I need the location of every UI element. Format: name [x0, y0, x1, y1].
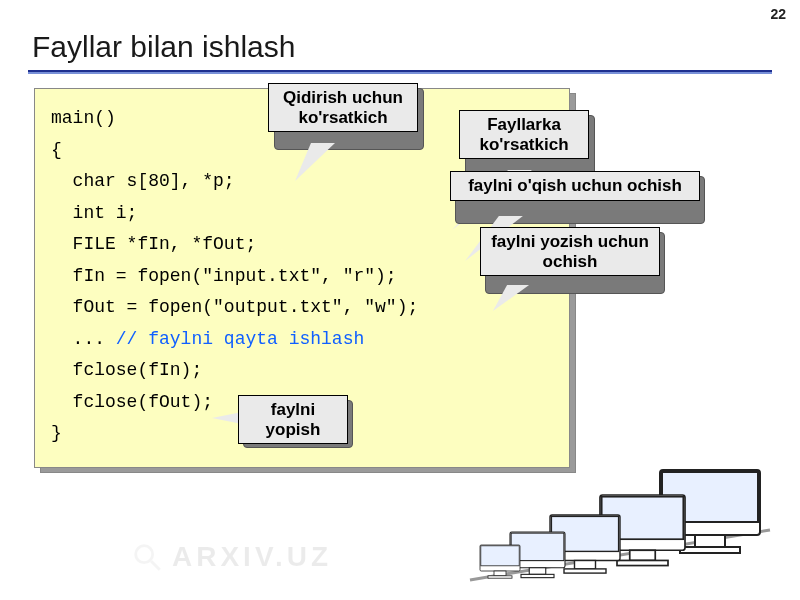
code-line: main() [51, 108, 116, 128]
watermark: ARXIV.UZ [130, 540, 332, 574]
svg-rect-22 [511, 533, 564, 561]
svg-rect-26 [481, 546, 519, 566]
svg-rect-11 [695, 535, 725, 547]
decorative-monitors [460, 460, 780, 600]
svg-rect-13 [600, 495, 685, 550]
code-line: { [51, 140, 62, 160]
code-line: fclose(fOut); [51, 392, 213, 412]
svg-rect-14 [602, 497, 684, 540]
svg-rect-12 [680, 547, 740, 553]
code-line: fOut = fopen("output.txt", "w"); [51, 297, 418, 317]
svg-rect-21 [510, 532, 565, 568]
svg-rect-17 [550, 515, 620, 561]
svg-rect-27 [494, 571, 506, 576]
svg-point-6 [136, 546, 153, 563]
callout-open-read: faylni o'qish uchun ochish [450, 171, 700, 201]
svg-rect-24 [521, 574, 554, 577]
code-line: char s[80], *p; [51, 171, 235, 191]
title-underline [28, 70, 772, 74]
code-line: int i; [51, 203, 137, 223]
svg-rect-25 [480, 545, 520, 571]
svg-rect-19 [575, 561, 596, 569]
code-line: fIn = fopen("input.txt", "r"); [51, 266, 397, 286]
svg-rect-28 [488, 576, 512, 578]
callout-file-pointer: Fayllarka ko'rsatkich [459, 110, 589, 159]
svg-rect-23 [529, 568, 546, 575]
code-line: FILE *fIn, *fOut; [51, 234, 256, 254]
svg-line-7 [151, 561, 160, 570]
callout-search-pointer: Qidirish uchun ko'rsatkich [268, 83, 418, 132]
code-line: ... [51, 329, 116, 349]
page-number: 22 [770, 6, 786, 22]
code-comment: // faylni qayta ishlash [116, 329, 364, 349]
svg-rect-9 [660, 470, 760, 535]
callout-close-file: faylni yopish [238, 395, 348, 444]
slide-title: Fayllar bilan ishlash [32, 30, 295, 64]
svg-line-8 [470, 530, 770, 580]
svg-rect-16 [617, 560, 668, 565]
svg-rect-18 [551, 516, 618, 551]
svg-rect-15 [630, 550, 656, 560]
code-line: fclose(fIn); [51, 360, 202, 380]
code-line: } [51, 423, 62, 443]
svg-rect-20 [564, 569, 606, 573]
callout-open-write: faylni yozish uchun ochish [480, 227, 660, 276]
svg-rect-10 [662, 472, 758, 522]
